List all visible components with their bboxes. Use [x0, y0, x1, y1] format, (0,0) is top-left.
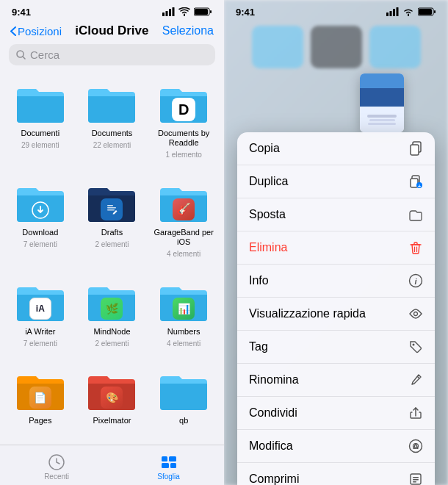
menu-item-condividi[interactable]: Condividi [237, 397, 435, 430]
menu-item-copia[interactable]: Copia [237, 132, 435, 165]
svg-rect-5 [195, 9, 208, 15]
preview-card-header [360, 73, 404, 88]
preview-card [360, 73, 404, 132]
select-button[interactable]: Seleziona [162, 24, 214, 37]
battery-icon-r [418, 7, 436, 16]
back-button[interactable]: Posizioni [10, 25, 62, 37]
browse-icon [160, 453, 178, 471]
svg-rect-15 [162, 456, 167, 461]
folder-label: Documents by Readdle [152, 129, 215, 148]
status-icons-right [386, 7, 436, 16]
folder-count: 2 elementi [95, 340, 129, 348]
svg-rect-16 [169, 456, 176, 461]
folder-label: Drafts [101, 228, 123, 237]
svg-rect-1 [166, 11, 168, 16]
numbers-icon: 📊 [173, 298, 195, 320]
pixelmator-icon: 🎨 [101, 387, 123, 409]
svg-rect-3 [173, 7, 175, 16]
tab-recenti[interactable]: Recenti [44, 453, 69, 481]
folder-svg-documents [85, 82, 138, 126]
folder-label: Documenti [21, 129, 60, 138]
svg-rect-43 [413, 477, 419, 478]
pages-icon: 📄 [29, 387, 51, 409]
menu-item-modifica[interactable]: Modifica A [237, 430, 435, 463]
svg-rect-0 [162, 12, 165, 16]
folder-label: Pixelmator [93, 416, 131, 425]
svg-rect-24 [419, 9, 432, 15]
signal-icon [162, 7, 175, 16]
folder-qb[interactable]: qb [149, 363, 218, 442]
time-right: 9:41 [236, 7, 255, 18]
svg-point-36 [414, 312, 418, 316]
menu-item-tag[interactable]: Tag [237, 331, 435, 364]
wifi-icon [178, 7, 190, 16]
readdle-icon: D [172, 98, 195, 121]
menu-item-sposta[interactable]: Sposta [237, 198, 435, 231]
menu-item-rinomina[interactable]: Rinomina [237, 364, 435, 397]
svg-rect-2 [169, 9, 171, 16]
preview-card-mid [360, 88, 404, 107]
menu-label-sposta: Sposta [249, 208, 286, 221]
svg-rect-22 [397, 7, 399, 16]
menu-item-visualizzazione[interactable]: Visualizzazione rapida [237, 298, 435, 331]
folder-drafts[interactable]: Drafts 2 elementi [78, 175, 147, 271]
context-menu: Copia Duplica + Sposta Elimina [237, 132, 435, 485]
folder-readdle[interactable]: D Documents by Readdle 1 elemento [149, 76, 218, 172]
svg-text:A: A [413, 442, 419, 450]
tab-recenti-label: Recenti [44, 473, 69, 481]
delete-icon [408, 240, 423, 255]
preview-card-body [360, 107, 404, 132]
folder-iawriter[interactable]: iA iA Writer 7 elementi [6, 274, 75, 361]
folder-count: 7 elementi [24, 240, 57, 248]
folders-grid: Documenti 29 elementi Documents 22 eleme… [0, 73, 224, 445]
menu-item-comprimi[interactable]: Comprimi [237, 463, 435, 485]
svg-line-38 [417, 376, 419, 378]
folder-pages[interactable]: 📄 Pages [6, 363, 75, 442]
copy-icon [408, 141, 423, 156]
menu-label-info: Info [249, 274, 269, 287]
folder-count: 2 elementi [95, 240, 129, 248]
tab-bar: Recenti Sfoglia [0, 445, 224, 485]
folder-label: Numbers [167, 327, 200, 337]
folder-numbers[interactable]: 📊 Numbers 4 elementi [149, 274, 218, 361]
info-icon: i [408, 273, 423, 288]
folder-label: iA Writer [25, 327, 55, 337]
folder-documents[interactable]: Documents 22 elementi [78, 76, 147, 172]
svg-rect-11 [107, 205, 113, 206]
battery-icon [194, 7, 212, 16]
status-bar-left: 9:41 [0, 0, 224, 21]
menu-label-copia: Copia [249, 142, 280, 155]
menu-label-visualizzazione: Visualizzazione rapida [249, 307, 366, 320]
search-placeholder: Cerca [30, 48, 59, 61]
folder-label: MindNode [93, 327, 130, 337]
left-panel: 9:41 [0, 0, 224, 485]
folder-label: Download [22, 228, 58, 237]
preview-line [368, 123, 396, 125]
status-icons-left [162, 7, 212, 16]
menu-label-comprimi: Comprimi [249, 473, 299, 485]
status-bar-right: 9:41 [224, 0, 448, 21]
folder-documenti[interactable]: Documenti 29 elementi [6, 76, 75, 172]
menu-item-info[interactable]: Info i [237, 265, 435, 298]
folder-label: Pages [29, 416, 51, 425]
share-icon [408, 406, 423, 420]
menu-item-elimina[interactable]: Elimina [237, 231, 435, 265]
menu-label-modifica: Modifica [249, 439, 293, 453]
pencil-icon [408, 373, 423, 387]
search-bar[interactable]: Cerca [9, 44, 215, 65]
svg-line-8 [23, 57, 25, 59]
menu-item-duplica[interactable]: Duplica + [237, 165, 435, 198]
menu-label-elimina: Elimina [249, 241, 287, 254]
folder-download[interactable]: Download 7 elementi [6, 175, 75, 271]
tab-sfoglia[interactable]: Sfoglia [157, 453, 180, 481]
folder-svg-documenti [14, 82, 67, 126]
folder-mindnode[interactable]: 🌿 MindNode 2 elementi [78, 274, 147, 361]
bg-folders-row [224, 26, 448, 68]
folder-pixelmator[interactable]: 🎨 Pixelmator [78, 363, 147, 442]
folder-label: GarageBand per iOS [152, 228, 215, 247]
clock-icon [48, 453, 65, 471]
svg-rect-17 [162, 463, 169, 468]
svg-rect-18 [170, 463, 176, 468]
folder-garageband[interactable]: 🎸 GarageBand per iOS 4 elementi [149, 175, 218, 271]
chevron-left-icon [10, 26, 16, 36]
